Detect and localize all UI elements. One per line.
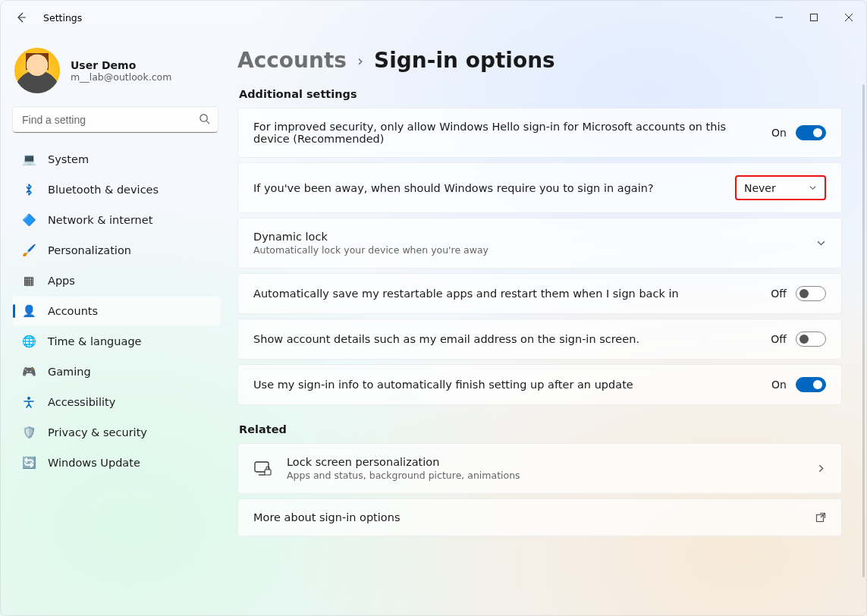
setting-away-signin-dropdown[interactable]: Never xyxy=(735,175,826,200)
setting-restart-apps: Automatically save my restartable apps a… xyxy=(237,273,842,314)
setting-restart-apps-toggle[interactable] xyxy=(796,286,826,301)
profile-name: User Demo xyxy=(71,59,171,71)
setting-finish-setup-toggle[interactable] xyxy=(796,377,826,392)
sidebar-item-label: System xyxy=(48,153,89,165)
avatar xyxy=(14,48,60,93)
svg-rect-0 xyxy=(811,14,818,21)
setting-hello-only-toggle[interactable] xyxy=(796,125,826,140)
sidebar-item-label: Bluetooth & devices xyxy=(48,184,159,196)
apps-icon: ▦ xyxy=(22,274,36,288)
sidebar-item-label: Accessibility xyxy=(48,396,115,408)
sidebar-item-label: Personalization xyxy=(48,244,131,256)
setting-finish-setup: Use my sign-in info to automatically fin… xyxy=(237,364,842,405)
open-external-icon xyxy=(815,512,826,523)
sidebar-item-label: Apps xyxy=(48,275,75,287)
setting-show-details-state: Off xyxy=(771,333,787,345)
setting-show-details: Show account details such as my email ad… xyxy=(237,319,842,360)
setting-finish-setup-state: On xyxy=(771,379,787,391)
sidebar-item-update[interactable]: 🔄Windows Update xyxy=(13,448,221,477)
time-icon: 🌐 xyxy=(22,335,36,348)
breadcrumb: Accounts › Sign-in options xyxy=(237,43,842,83)
chevron-down-icon xyxy=(809,184,817,192)
sidebar-item-label: Privacy & security xyxy=(48,426,147,438)
breadcrumb-parent[interactable]: Accounts xyxy=(237,48,347,73)
related-more[interactable]: More about sign-in options xyxy=(237,498,842,536)
svg-point-1 xyxy=(200,115,207,121)
setting-restart-apps-text: Automatically save my restartable apps a… xyxy=(253,288,759,300)
sidebar-item-label: Accounts xyxy=(48,305,98,317)
profile-block[interactable]: User Demo m__lab@outlook.com xyxy=(13,43,221,107)
setting-away-signin-text: If you've been away, when should Windows… xyxy=(253,182,723,194)
gaming-icon: 🎮 xyxy=(22,365,36,379)
minimize-button[interactable] xyxy=(762,1,796,34)
related-lockscreen[interactable]: Lock screen personalization Apps and sta… xyxy=(237,443,842,494)
section-related: Related xyxy=(239,423,842,435)
setting-hello-only-text: For improved security, only allow Window… xyxy=(253,121,759,145)
related-lockscreen-sub: Apps and status, background picture, ani… xyxy=(287,470,803,481)
chevron-right-icon: › xyxy=(357,52,363,70)
setting-restart-apps-state: Off xyxy=(771,288,787,300)
back-button[interactable] xyxy=(14,11,28,24)
sidebar-item-bluetooth[interactable]: Bluetooth & devices xyxy=(13,175,221,204)
sidebar-item-label: Windows Update xyxy=(48,457,140,469)
bluetooth-icon xyxy=(22,184,36,196)
sidebar-item-privacy[interactable]: 🛡️Privacy & security xyxy=(13,418,221,447)
profile-email: m__lab@outlook.com xyxy=(71,71,171,83)
page-title: Sign-in options xyxy=(374,48,555,73)
update-icon: 🔄 xyxy=(22,456,36,470)
settings-window: Settings User Demo m__lab@outlook.com xyxy=(0,0,867,616)
sidebar-item-accounts[interactable]: 👤Accounts xyxy=(13,297,221,325)
personalization-icon: 🖌️ xyxy=(22,244,36,257)
search-input[interactable] xyxy=(13,107,218,133)
sidebar-item-time[interactable]: 🌐Time & language xyxy=(13,327,221,356)
network-icon: 🔷 xyxy=(22,213,36,227)
related-more-title: More about sign-in options xyxy=(253,511,802,523)
sidebar-item-system[interactable]: 💻System xyxy=(13,145,221,174)
sidebar: User Demo m__lab@outlook.com 💻SystemBlue… xyxy=(1,34,228,615)
sidebar-item-label: Network & internet xyxy=(48,214,152,226)
sidebar-item-network[interactable]: 🔷Network & internet xyxy=(13,206,221,234)
main-content: Accounts › Sign-in options Additional se… xyxy=(228,34,866,615)
search-icon xyxy=(199,113,210,127)
sidebar-item-label: Gaming xyxy=(48,366,91,378)
monitor-lock-icon xyxy=(253,460,273,477)
setting-dynamic-lock-sub: Automatically lock your device when you'… xyxy=(253,244,804,256)
close-button[interactable] xyxy=(831,1,866,34)
sidebar-item-gaming[interactable]: 🎮Gaming xyxy=(13,357,221,386)
setting-away-signin: If you've been away, when should Windows… xyxy=(237,162,842,213)
search-box[interactable] xyxy=(13,107,218,133)
setting-dynamic-lock-title: Dynamic lock xyxy=(253,231,804,243)
maximize-button[interactable] xyxy=(796,1,831,34)
chevron-down-icon xyxy=(816,238,826,248)
scrollbar[interactable] xyxy=(862,84,865,577)
sidebar-item-apps[interactable]: ▦Apps xyxy=(13,266,221,295)
sidebar-item-accessibility[interactable]: Accessibility xyxy=(13,388,221,416)
setting-show-details-toggle[interactable] xyxy=(796,332,826,347)
accounts-icon: 👤 xyxy=(22,304,36,318)
setting-show-details-text: Show account details such as my email ad… xyxy=(253,333,759,345)
setting-hello-only-state: On xyxy=(771,127,787,139)
setting-finish-setup-text: Use my sign-in info to automatically fin… xyxy=(253,379,759,391)
privacy-icon: 🛡️ xyxy=(22,426,36,439)
sidebar-item-label: Time & language xyxy=(48,335,142,347)
related-lockscreen-title: Lock screen personalization xyxy=(287,456,803,468)
setting-away-signin-value: Never xyxy=(744,182,776,194)
system-icon: 💻 xyxy=(22,152,36,166)
window-controls xyxy=(762,1,866,34)
svg-rect-4 xyxy=(265,470,271,475)
section-additional-settings: Additional settings xyxy=(239,88,842,100)
chevron-right-icon xyxy=(816,464,826,473)
titlebar: Settings xyxy=(1,1,866,34)
svg-point-2 xyxy=(27,397,30,400)
setting-dynamic-lock[interactable]: Dynamic lock Automatically lock your dev… xyxy=(237,218,842,269)
nav-list: 💻SystemBluetooth & devices🔷Network & int… xyxy=(13,145,221,477)
setting-hello-only: For improved security, only allow Window… xyxy=(237,108,842,158)
accessibility-icon xyxy=(22,396,36,408)
window-title: Settings xyxy=(43,12,82,24)
sidebar-item-personalization[interactable]: 🖌️Personalization xyxy=(13,236,221,265)
